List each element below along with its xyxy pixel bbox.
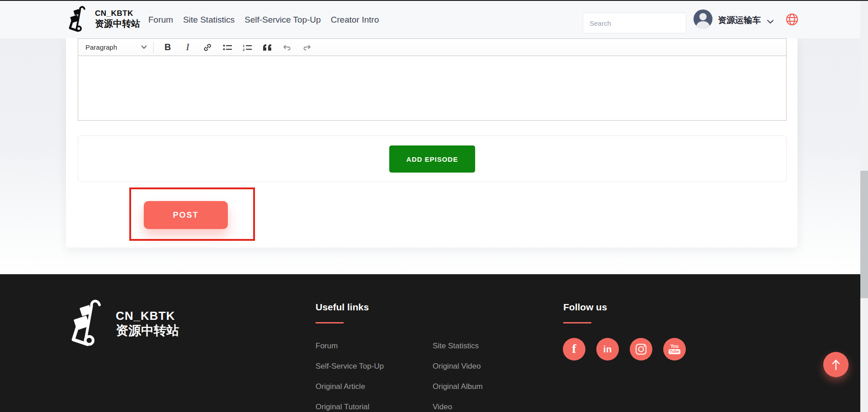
user-avatar[interactable] xyxy=(693,9,712,28)
arrow-up-icon xyxy=(831,359,841,370)
link-icon xyxy=(203,43,212,52)
footer-link-original-video[interactable]: Original Video xyxy=(433,362,481,371)
paragraph-style-dropdown[interactable]: Paragraph xyxy=(78,38,153,56)
logo-text-en: CN_KBTK xyxy=(95,9,140,18)
top-border-line xyxy=(0,0,868,1)
toolbar-separator xyxy=(153,42,154,53)
useful-links-underline xyxy=(316,322,344,323)
follow-us-title: Follow us xyxy=(563,302,607,313)
add-episode-button[interactable]: ADD EPISODE xyxy=(389,145,475,173)
numbered-list-icon: 1 2 xyxy=(242,43,252,52)
bold-icon: B xyxy=(165,42,171,52)
facebook-icon[interactable]: f xyxy=(563,338,585,360)
site-logo[interactable]: CN_KBTK 资源中转站 xyxy=(68,5,140,33)
language-globe-icon[interactable] xyxy=(785,13,799,28)
social-icons: f in You Tube xyxy=(563,338,686,360)
editor-text-area[interactable] xyxy=(78,56,787,121)
undo-icon xyxy=(283,44,292,51)
main-section: Paragraph B I xyxy=(0,38,868,274)
block-quote-button[interactable] xyxy=(259,40,276,55)
redo-button[interactable] xyxy=(298,40,316,55)
nav-item-forum[interactable]: Forum xyxy=(148,15,173,25)
page: CN_KBTK 资源中转站 Forum Site Statistics Self… xyxy=(0,0,868,412)
nav-item-creator-intro[interactable]: Creator Intro xyxy=(331,15,379,25)
footer-logo: CN_KBTK 资源中转站 xyxy=(68,298,179,350)
search-input[interactable] xyxy=(583,13,686,33)
footer-link-forum[interactable]: Forum xyxy=(316,342,338,351)
nav-item-site-statistics[interactable]: Site Statistics xyxy=(183,15,235,25)
header-bar: CN_KBTK 资源中转站 Forum Site Statistics Self… xyxy=(0,1,868,38)
svg-text:2: 2 xyxy=(243,48,245,52)
svg-text:1: 1 xyxy=(243,44,245,47)
chevron-down-icon xyxy=(141,45,147,49)
youtube-icon[interactable]: You Tube xyxy=(663,338,686,360)
episode-card: ADD EPISODE xyxy=(78,136,787,182)
undo-button[interactable] xyxy=(278,40,296,55)
handtruck-logo-icon xyxy=(68,5,94,33)
footer-link-original-album[interactable]: Original Album xyxy=(433,382,483,391)
person-silhouette-icon xyxy=(693,9,712,28)
link-button[interactable] xyxy=(199,40,216,55)
nav-item-self-service-top-up[interactable]: Self-Service Top-Up xyxy=(245,15,321,25)
bulleted-list-button[interactable] xyxy=(219,40,236,55)
useful-links-title: Useful links xyxy=(316,302,369,313)
footer: CN_KBTK 资源中转站 Useful links Forum Self-Se… xyxy=(0,274,868,412)
footer-logo-text-cn: 资源中转站 xyxy=(116,323,179,339)
post-button[interactable]: POST xyxy=(144,201,228,229)
scroll-to-top-button[interactable] xyxy=(823,352,849,377)
bold-button[interactable]: B xyxy=(159,40,176,55)
main-nav: Forum Site Statistics Self-Service Top-U… xyxy=(148,1,379,38)
italic-button[interactable]: I xyxy=(179,40,196,55)
footer-link-original-tutorial[interactable]: Original Tutorial xyxy=(316,403,369,412)
scrollbar-thumb[interactable] xyxy=(860,171,868,298)
paragraph-dropdown-label: Paragraph xyxy=(85,43,117,51)
linkedin-icon[interactable]: in xyxy=(596,338,619,360)
follow-us-underline xyxy=(563,322,591,323)
redo-icon xyxy=(302,44,311,51)
username-label[interactable]: 资源运输车 xyxy=(718,14,761,26)
footer-link-site-statistics[interactable]: Site Statistics xyxy=(433,342,479,351)
footer-logo-text-en: CN_KBTK xyxy=(116,309,179,323)
footer-link-self-service-top-up[interactable]: Self-Service Top-Up xyxy=(316,362,384,371)
user-menu-chevron-down-icon[interactable] xyxy=(767,18,774,26)
editor-toolbar: Paragraph B I xyxy=(78,38,787,56)
rich-text-editor: Paragraph B I xyxy=(78,38,787,121)
bulleted-list-icon xyxy=(222,43,232,52)
footer-link-video[interactable]: Video xyxy=(433,403,452,412)
instagram-icon[interactable] xyxy=(630,338,652,360)
footer-link-original-article[interactable]: Original Article xyxy=(316,382,365,391)
block-quote-icon xyxy=(262,44,272,51)
content-panel: Paragraph B I xyxy=(66,38,797,248)
italic-icon: I xyxy=(186,42,189,53)
handtruck-logo-icon-white xyxy=(68,298,118,350)
logo-text-cn: 资源中转站 xyxy=(95,18,140,29)
page-scrollbar[interactable] xyxy=(860,0,868,412)
numbered-list-button[interactable]: 1 2 xyxy=(239,40,256,55)
